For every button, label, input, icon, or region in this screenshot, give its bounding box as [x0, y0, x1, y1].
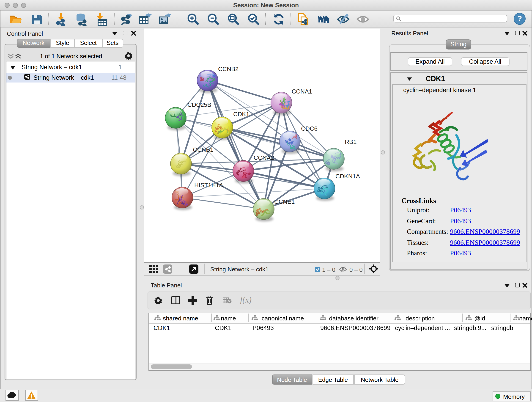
svg-text:CCNA2: CCNA2 [254, 154, 266, 161]
svg-text:CDK1: CDK1 [233, 110, 249, 117]
svg-text:CDC25B: CDC25B [187, 101, 211, 108]
svg-text:CCNB2: CCNB2 [218, 65, 239, 72]
svg-text:CCNB1: CCNB1 [193, 146, 213, 153]
svg-text:HIST1H1A: HIST1H1A [194, 182, 223, 188]
